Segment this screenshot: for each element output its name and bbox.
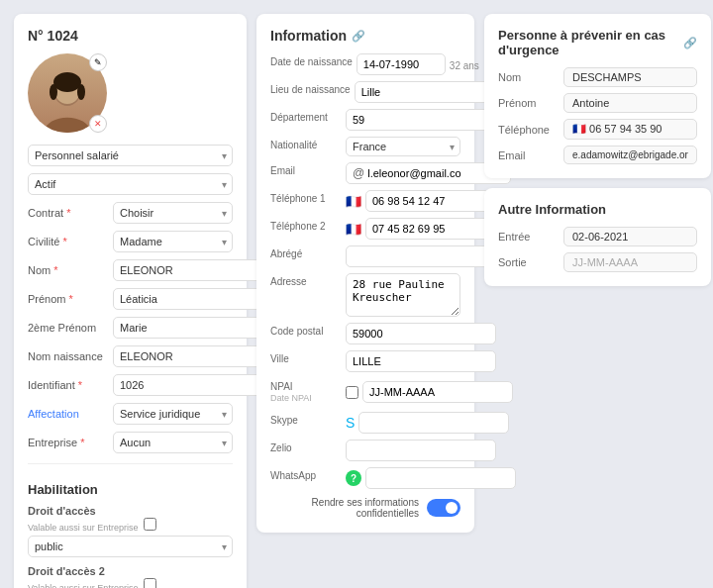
whatsapp-input[interactable] xyxy=(365,467,516,489)
urgence-email-value: e.adamowitz@ebrigade.or xyxy=(563,146,697,164)
nom-input[interactable] xyxy=(113,259,263,281)
urgence-prenom-row: Prénom Antoine xyxy=(498,93,697,113)
adresse-textarea[interactable] xyxy=(346,273,460,317)
urgence-panel: Personne à prévenir en cas d'urgence 🔗 N… xyxy=(484,14,711,178)
whatsapp-row: WhatsApp ? xyxy=(270,467,460,489)
nationalite-label: Nationalité xyxy=(270,137,342,150)
lieu-naissance-input[interactable] xyxy=(355,81,505,103)
identifiant-label: Identifiant xyxy=(28,379,107,391)
ville-label: Ville xyxy=(270,350,342,364)
whatsapp-icon: ? xyxy=(346,470,361,486)
contrat-row: Contrat Choisir xyxy=(28,202,233,224)
statut-row: Personnel salarié xyxy=(28,145,233,166)
sortie-label: Sortie xyxy=(498,256,558,268)
zelio-label: Zelio xyxy=(270,440,342,453)
age-badge: 32 ans xyxy=(450,57,479,71)
nom-naissance-label: Nom naissance xyxy=(28,350,107,362)
droit1-select[interactable]: public xyxy=(28,536,233,557)
civilite-select-wrapper[interactable]: Madame xyxy=(113,231,233,252)
urgence-header: Personne à prévenir en cas d'urgence 🔗 xyxy=(498,28,697,57)
entreprise-select[interactable]: Aucun xyxy=(113,432,233,453)
entree-row: Entrée 02-06-2021 xyxy=(498,227,697,246)
svg-point-4 xyxy=(77,84,85,100)
adresse-row: Adresse xyxy=(270,273,460,317)
information-panel: Information 🔗 Date de naissance 32 ans L… xyxy=(256,14,474,533)
droit2-row: Droit d'accès 2 Valable aussi sur Entrep… xyxy=(28,565,233,588)
actif-select[interactable]: Actif xyxy=(28,173,233,195)
skype-icon: S xyxy=(346,415,355,431)
urgence-grid: Nom DESCHAMPS Prénom Antoine Téléphone 🇫… xyxy=(498,67,697,164)
confidential-toggle[interactable] xyxy=(427,499,460,517)
contrat-select-wrapper[interactable]: Choisir xyxy=(113,202,233,224)
autre-information-panel: Autre Information Entrée 02-06-2021 Sort… xyxy=(484,188,711,286)
right-panel: Personne à prévenir en cas d'urgence 🔗 N… xyxy=(484,14,711,286)
droit2-label: Droit d'accès 2 xyxy=(28,565,233,577)
urgence-email-row: Email e.adamowitz@ebrigade.or xyxy=(498,146,697,164)
droit1-checkbox[interactable] xyxy=(144,518,156,531)
record-number: N° 1024 xyxy=(28,28,233,44)
sortie-row: Sortie JJ-MM-AAAA xyxy=(498,252,697,272)
nationalite-select[interactable]: France xyxy=(346,137,460,156)
entreprise-label: Entreprise xyxy=(28,437,107,448)
skype-input[interactable] xyxy=(358,412,509,434)
deuxieme-prenom-row: 2ème Prénom 🔒 xyxy=(28,317,233,339)
telephone2-row: Téléphone 2 🇫🇷 xyxy=(270,218,460,240)
droit2-sublabel: Valable aussi sur Entreprise xyxy=(28,578,233,588)
urgence-telephone-label: Téléphone xyxy=(498,124,558,136)
nom-naissance-input[interactable] xyxy=(113,345,263,367)
actif-select-wrapper[interactable]: Actif xyxy=(28,173,233,195)
affectation-select[interactable]: Service juridique xyxy=(113,403,233,425)
information-header: Information 🔗 xyxy=(270,28,460,44)
departement-input[interactable] xyxy=(346,109,496,131)
nationalite-row: Nationalité France xyxy=(270,137,460,156)
actif-row: Actif xyxy=(28,173,233,195)
affectation-link[interactable]: Affectation xyxy=(28,408,107,420)
civilite-select[interactable]: Madame xyxy=(113,231,233,252)
nom-naissance-row: Nom naissance xyxy=(28,345,233,367)
contrat-select[interactable]: Choisir xyxy=(113,202,233,224)
habilitation-section: Habilitation Droit d'accès Valable aussi… xyxy=(28,463,233,588)
departement-row: Département xyxy=(270,109,460,131)
nationalite-select-wrapper[interactable]: France xyxy=(346,137,460,156)
telephone1-label: Téléphone 1 xyxy=(270,190,342,204)
confidential-label: Rendre ses informations confidentielles xyxy=(270,497,419,519)
code-postal-input[interactable] xyxy=(346,323,496,344)
zelio-input[interactable] xyxy=(346,440,496,461)
abrege-input[interactable] xyxy=(346,245,496,267)
lieu-naissance-row: Lieu de naissance xyxy=(270,81,460,103)
npai-checkbox[interactable] xyxy=(346,386,358,399)
urgence-nom-label: Nom xyxy=(498,71,558,83)
npai-date-input[interactable] xyxy=(362,381,513,403)
photo-delete-button[interactable]: ✕ xyxy=(89,115,107,133)
entreprise-select-wrapper[interactable]: Aucun xyxy=(113,432,233,453)
urgence-title: Personne à prévenir en cas d'urgence xyxy=(498,28,678,57)
npai-row: NPAI Date NPAI xyxy=(270,378,460,406)
statut-select-wrapper[interactable]: Personnel salarié xyxy=(28,145,233,166)
droit1-select-wrapper[interactable]: public xyxy=(28,536,233,557)
date-naissance-label: Date de naissance xyxy=(270,53,353,67)
identifiant-input[interactable] xyxy=(113,374,263,396)
autre-information-title: Autre Information xyxy=(498,202,606,217)
civilite-label: Civilité xyxy=(28,236,107,247)
civilite-row: Civilité Madame xyxy=(28,231,233,252)
left-panel: N° 1024 ✎ ✕ xyxy=(14,14,247,588)
telephone1-flag: 🇫🇷 xyxy=(346,194,361,209)
email-label: Email xyxy=(270,162,342,176)
ville-input[interactable] xyxy=(346,350,496,372)
code-postal-label: Code postal xyxy=(270,323,342,337)
prenom-input[interactable] xyxy=(113,288,263,310)
droit2-checkbox[interactable] xyxy=(144,578,156,588)
affectation-select-wrapper[interactable]: Service juridique xyxy=(113,403,233,425)
photo-area: ✎ ✕ xyxy=(28,53,107,133)
droit1-label: Droit d'accès xyxy=(28,505,233,517)
deuxieme-prenom-input[interactable] xyxy=(113,317,263,339)
date-naissance-input[interactable] xyxy=(356,53,446,75)
photo-edit-button[interactable]: ✎ xyxy=(89,53,107,71)
urgence-link-icon: 🔗 xyxy=(683,37,697,49)
svg-point-3 xyxy=(50,84,57,100)
droit1-row: Droit d'accès Valable aussi sur Entrepri… xyxy=(28,505,233,557)
npai-label: NPAI Date NPAI xyxy=(270,378,342,403)
statut-select[interactable]: Personnel salarié xyxy=(28,145,233,166)
departement-label: Département xyxy=(270,109,342,123)
droit1-sublabel: Valable aussi sur Entreprise xyxy=(28,518,233,533)
